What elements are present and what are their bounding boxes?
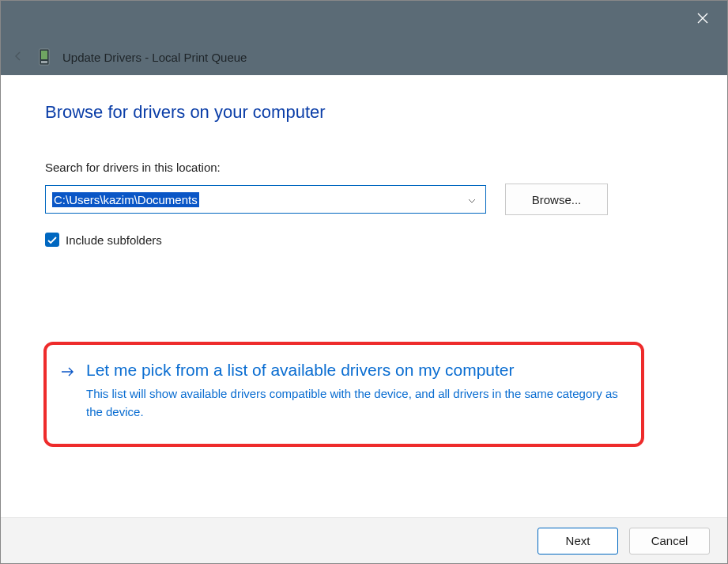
- include-subfolders-label: Include subfolders: [66, 233, 162, 247]
- device-icon: [37, 47, 51, 66]
- arrow-right-icon: [61, 361, 75, 422]
- path-value: C:\Users\kazim\Documents: [52, 192, 199, 207]
- pick-option-description: This list will show available drivers co…: [86, 384, 622, 422]
- search-location-label: Search for drivers in this location:: [45, 161, 683, 174]
- pick-option-title: Let me pick from a list of available dri…: [86, 361, 622, 380]
- back-button[interactable]: [10, 49, 26, 65]
- include-subfolders-checkbox[interactable]: [45, 233, 59, 247]
- svg-rect-2: [41, 61, 47, 63]
- path-combobox[interactable]: C:\Users\kazim\Documents: [45, 185, 486, 214]
- titlebar: [1, 1, 727, 39]
- wizard-content: Browse for drivers on your computer Sear…: [1, 75, 727, 517]
- next-button[interactable]: Next: [538, 528, 618, 555]
- close-icon: [697, 13, 708, 27]
- path-row: C:\Users\kazim\Documents Browse...: [45, 184, 683, 215]
- pick-option-text: Let me pick from a list of available dri…: [86, 361, 622, 422]
- wizard-footer: Next Cancel: [1, 517, 727, 563]
- browse-button[interactable]: Browse...: [505, 184, 608, 215]
- pick-from-list-option[interactable]: Let me pick from a list of available dri…: [43, 342, 644, 447]
- chevron-down-icon: [468, 192, 476, 206]
- checkmark-icon: [47, 233, 57, 247]
- window-title: Update Drivers - Local Print Queue: [62, 51, 247, 64]
- back-arrow-icon: [13, 51, 24, 64]
- include-subfolders-row: Include subfolders: [45, 233, 683, 247]
- page-heading: Browse for drivers on your computer: [45, 102, 683, 123]
- cancel-button[interactable]: Cancel: [629, 528, 710, 555]
- wizard-header: Update Drivers - Local Print Queue: [1, 39, 727, 75]
- close-button[interactable]: [685, 7, 721, 32]
- svg-rect-1: [41, 51, 47, 59]
